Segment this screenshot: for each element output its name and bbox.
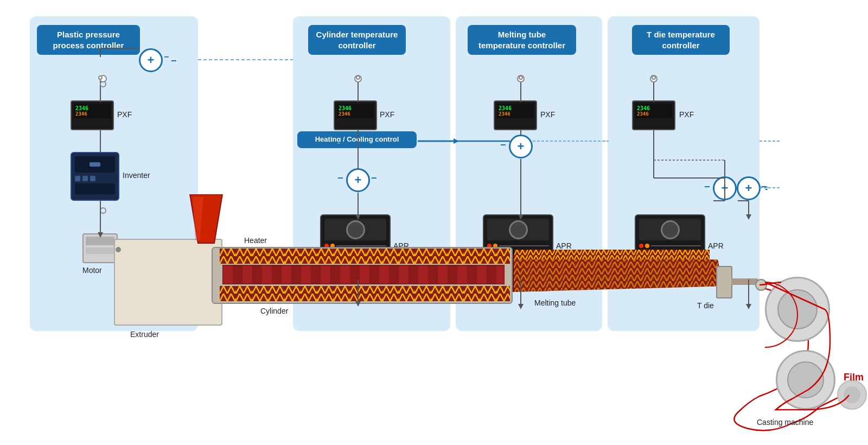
inverter-device — [71, 152, 119, 201]
film-roll — [837, 380, 867, 410]
connector-dot-4 — [652, 75, 656, 80]
label-cylinder-temp: Cylinder temperature controller — [308, 25, 406, 55]
casting-circle-top — [765, 277, 830, 342]
minus-label-tdie-right: − — [761, 181, 767, 193]
label-melting-tube-temp: Melting tube temperature controller — [468, 25, 576, 55]
motor-extruder-connector — [116, 247, 121, 252]
pxf-label-2: PXF — [380, 110, 394, 119]
pxf-device-3: 2346 2346 — [494, 100, 537, 130]
svg-rect-54 — [220, 286, 510, 301]
diagram-container: - - — [0, 0, 868, 445]
svg-rect-53 — [220, 249, 510, 264]
minus-label-melt-left: − — [500, 139, 506, 151]
connector-dot-2 — [356, 75, 360, 80]
plus-circle-tdie-inner: + — [713, 176, 737, 200]
plus-circle-cylinder: + — [346, 168, 370, 192]
extruder-body — [114, 239, 222, 326]
label-plastic-pressure: Plastic pressure process controller — [37, 25, 140, 55]
melting-tube-label: Melting tube — [534, 298, 576, 307]
cylinder-label: Cylinder — [260, 307, 288, 315]
inverter-label: Inventer — [123, 171, 150, 180]
motor-box — [82, 233, 118, 263]
heater-area-top — [220, 249, 510, 264]
pxf-label-4: PXF — [679, 110, 694, 119]
pxf-device-1: 2346 2346 — [71, 100, 114, 130]
plus-circle-tdie-outer: + — [737, 176, 761, 200]
pxf-label-3: PXF — [540, 110, 555, 119]
film-label: Film — [844, 372, 864, 383]
svg-rect-56 — [514, 250, 710, 259]
melting-tube-body — [513, 254, 719, 292]
plus-circle-plastic: + — [139, 48, 163, 72]
minus-label-cyl-right: − — [371, 173, 377, 184]
motor-label: Motor — [82, 266, 102, 275]
melt-heater-top — [514, 250, 710, 259]
connector-dot-3 — [519, 75, 523, 80]
apr-label-3: APR — [708, 241, 724, 250]
minus-label-cyl-left: − — [337, 173, 343, 184]
minus-label-plastic: − — [164, 52, 169, 62]
t-die-label: T die — [697, 301, 714, 310]
pxf-label-1: PXF — [117, 110, 132, 119]
heater-area-bottom — [220, 286, 510, 301]
label-heating-cooling: Heating / Cooling control — [297, 131, 417, 148]
cylinder-screw — [222, 265, 505, 284]
label-t-die-temp: T die temperature controller — [632, 25, 730, 55]
casting-circle-bottom — [776, 350, 835, 410]
t-die-output-circle — [755, 279, 767, 291]
extruder-label: Extruder — [130, 330, 159, 339]
heater-label: Heater — [244, 236, 267, 245]
apr-label-2: APR — [556, 241, 572, 250]
connector-dot-1 — [98, 75, 103, 80]
pxf-device-4: 2346 2346 — [632, 100, 675, 130]
hopper — [184, 194, 228, 248]
plus-circle-melt: + — [509, 135, 533, 158]
pxf-device-2: 2346 2346 — [334, 100, 377, 130]
t-die-body — [716, 266, 732, 298]
minus-label-tdie: − — [704, 181, 710, 193]
casting-machine-label: Casting machine — [757, 418, 813, 427]
t-die-nozzle — [731, 278, 758, 285]
